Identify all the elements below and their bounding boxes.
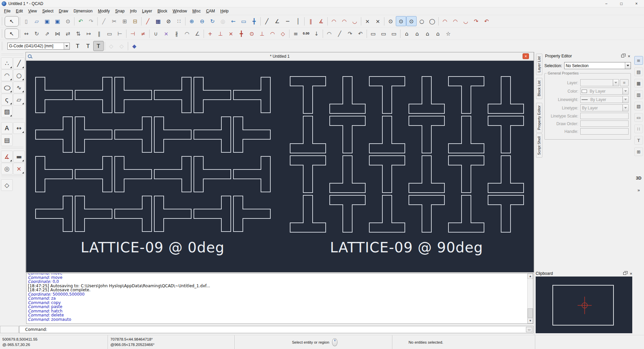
open-document-button[interactable]: ▱ <box>32 16 42 26</box>
cut-button[interactable]: ✂ <box>109 16 119 26</box>
mirror-button[interactable]: ⋈ <box>52 29 63 39</box>
rectangle-rounded-button[interactable]: ▭ <box>389 29 399 39</box>
auto-trim-button[interactable]: × <box>161 29 171 39</box>
toolbars-toggle-button[interactable]: ≡ <box>634 56 643 65</box>
toolbar-overflow-button[interactable]: » <box>634 188 643 193</box>
clipboard-header[interactable]: Clipboard × <box>536 270 632 277</box>
menu-dimension[interactable]: Dimension <box>71 8 95 14</box>
circle-tools-button[interactable]: ○ <box>13 69 25 81</box>
tangent-2-circles-button[interactable]: × <box>362 16 373 26</box>
property-editor-header[interactable]: Property Editor × <box>543 53 632 59</box>
stretch-button[interactable]: ↦ <box>84 29 94 39</box>
circle-radius-button[interactable]: ○ <box>417 16 427 26</box>
snap-center-button[interactable]: ⊙ <box>247 29 257 39</box>
polyline-append-button[interactable]: ↷ <box>345 29 355 39</box>
pen-properties-button[interactable]: ╱ <box>143 16 153 26</box>
copy-button[interactable]: ⊞ <box>119 16 130 26</box>
menu-draw[interactable]: Draw <box>56 8 71 14</box>
polyline-line-segment-button[interactable]: ╱ <box>334 29 345 39</box>
block-list-toggle-button[interactable]: ▦ <box>634 79 643 88</box>
zoom-window-button[interactable]: ▭ <box>238 16 249 26</box>
zoom-out-button[interactable]: ⊖ <box>197 16 207 26</box>
cam-simulation-button[interactable]: T <box>93 41 104 51</box>
line-tools-button[interactable]: ╱ <box>13 57 25 69</box>
menu-window[interactable]: Window <box>170 8 190 14</box>
cam-configuration-button[interactable]: T <box>72 41 83 51</box>
arc-center-button[interactable]: ◠ <box>339 16 350 26</box>
grid-button[interactable]: ∷ <box>174 16 184 26</box>
menu-file[interactable]: File <box>1 8 13 14</box>
nesting-panel-button[interactable]: ◇ <box>106 41 116 51</box>
offset-button[interactable]: ∥ <box>94 29 104 39</box>
arc-2-points-height-button[interactable]: ◡ <box>461 16 471 26</box>
float-panel-icon[interactable] <box>623 272 626 275</box>
restriction-off-button[interactable]: ⊘ <box>163 16 174 26</box>
toolbar-handle[interactable] <box>2 17 4 26</box>
command-line-toggle-button[interactable]: ▭ <box>634 113 643 122</box>
polyline-tools-button[interactable]: ς <box>1 94 13 105</box>
scale-button[interactable]: ⇗ <box>42 29 52 39</box>
view-3d-button[interactable]: 3D <box>634 176 643 181</box>
menu-block[interactable]: Block <box>155 8 170 14</box>
chamfer-button[interactable]: ∠ <box>192 29 203 39</box>
arc-reverse-button[interactable]: ↶ <box>481 16 492 26</box>
save-as-button[interactable]: ▣ <box>52 16 63 26</box>
hatch-button[interactable]: ▨ <box>1 106 13 117</box>
boolean-operations-button[interactable]: ◎ <box>1 163 13 174</box>
scroll-down-icon[interactable]: ▼ <box>528 318 533 323</box>
trim-both-button[interactable]: ≠ <box>138 29 148 39</box>
line-angle-button[interactable]: ∠ <box>272 16 282 26</box>
arc-2-points-angle-button[interactable]: ◠ <box>450 16 461 26</box>
scrollbar-thumb[interactable] <box>528 308 533 318</box>
console-scrollbar[interactable]: ▲ ▼ <box>527 273 533 323</box>
selection-pointer-button[interactable]: ↖ <box>5 16 19 27</box>
lengthen-button[interactable]: ⊢ <box>115 29 125 39</box>
circle-tangent-button[interactable]: ◯ <box>427 16 437 26</box>
dimension-tools-button[interactable]: ↔ <box>13 122 25 134</box>
point-tools-button[interactable]: ∴ <box>1 57 13 69</box>
line-parallel-button[interactable]: ∥ <box>306 16 316 26</box>
console-toggle-icon[interactable]: ▭ <box>526 327 532 332</box>
tab-layer-list[interactable]: Layer List <box>536 54 542 75</box>
snap-reference-button[interactable]: ◇ <box>278 29 288 39</box>
flip-vertical-button[interactable]: ⇅ <box>73 29 84 39</box>
measure-tools-button[interactable]: ▬ <box>13 151 25 162</box>
undo-button[interactable]: ↶ <box>75 16 86 26</box>
line-orthogonal-button[interactable]: × <box>373 16 383 26</box>
divide-button[interactable]: ∦ <box>171 29 182 39</box>
cam-panel-toggle-button[interactable]: T <box>634 136 643 145</box>
cam-configuration-select[interactable]: G-Code (G41/G42) [mm] <box>7 43 70 50</box>
rotate-button[interactable]: ↻ <box>32 29 42 39</box>
polygon-center-side-button[interactable]: ⌂ <box>412 29 422 39</box>
cam-reorder-button[interactable]: ◆ <box>129 41 140 51</box>
scroll-up-icon[interactable]: ▲ <box>528 273 533 279</box>
rectangle-size-button[interactable]: ▭ <box>378 29 389 39</box>
paste-button[interactable]: ⊟ <box>130 16 140 26</box>
new-document-button[interactable]: ▯ <box>21 16 32 26</box>
menu-edit[interactable]: Edit <box>13 8 25 14</box>
text-tool-button[interactable]: A <box>1 122 13 134</box>
circle-3-points-button[interactable]: ⊙ <box>406 16 417 26</box>
arc-tangent-button[interactable]: ◡ <box>350 16 360 26</box>
polygon-2-corners-button[interactable]: ⌂ <box>433 29 443 39</box>
command-line-input[interactable]: Command: ▭ <box>19 326 533 333</box>
maximize-button[interactable]: □ <box>614 0 629 7</box>
selection-mode-button[interactable]: ↖ <box>5 29 19 39</box>
tab-property-editor[interactable]: Property Editor <box>536 103 542 133</box>
pan-button[interactable]: ╋ <box>249 16 259 26</box>
drawing-canvas[interactable]: LATTICE-09 @ 0deg LATTICE-09 @ 90deg <box>26 61 534 272</box>
modify-trim-button[interactable]: × <box>13 163 25 174</box>
redo-button[interactable]: ↷ <box>86 16 96 26</box>
line-horizontal-button[interactable]: ─ <box>282 16 293 26</box>
shape-tools-button[interactable]: ▱ <box>13 94 25 105</box>
polygon-side-side-button[interactable]: ⌂ <box>422 29 433 39</box>
cam-drawing-button[interactable]: ∡ <box>1 151 13 162</box>
reference-point-button[interactable]: ↓ <box>311 29 322 39</box>
round-corner-button[interactable]: ◠ <box>182 29 192 39</box>
snap-perpendicular-button[interactable]: ⊥ <box>257 29 267 39</box>
menu-select[interactable]: Select <box>40 8 56 14</box>
toolbar-handle[interactable] <box>2 42 4 50</box>
print-preview-button[interactable]: ⊙ <box>63 16 73 26</box>
toolbar-handle[interactable] <box>2 29 4 38</box>
zoom-auto-button[interactable]: ◎ <box>218 16 228 26</box>
